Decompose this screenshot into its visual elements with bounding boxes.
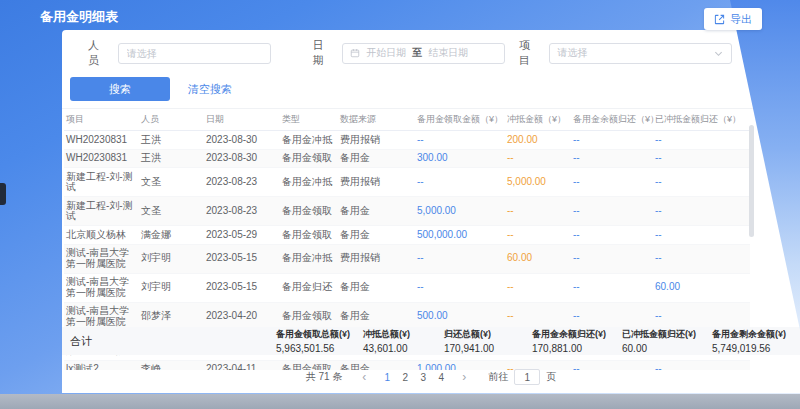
filter-actions: 搜索 清空搜索 — [62, 72, 800, 108]
cell-balance-return: -- — [573, 149, 655, 168]
goto-page-label: 前往 — [488, 370, 508, 384]
prev-page-button[interactable]: ‹ — [356, 369, 372, 385]
cell-source: 备用金 — [340, 149, 417, 168]
table-row: 测试-南昌大学第一附属医院 刘宇明 2023-05-15 备用金归还 备用金 -… — [64, 273, 750, 302]
cell-offset-return: -- — [655, 244, 750, 273]
summary-item-label: 备用金剩余金额(¥) — [712, 328, 800, 341]
summary-items: 备用金领取总额(¥) 5,963,501.56 冲抵总额(¥) 43,601.0… — [276, 328, 800, 354]
project-filter-label: 项目 — [519, 38, 541, 68]
content-card: 人员 日期 开始日期 至 结束日期 项目 请选择 — [62, 30, 800, 393]
summary-item-label: 冲抵总额(¥) — [363, 328, 444, 341]
cell-offset-amount: 200.00 — [507, 131, 573, 150]
next-page-button[interactable]: › — [456, 369, 472, 385]
cell-offset-amount: -- — [507, 273, 573, 302]
cell-type: 备用金领取 — [282, 226, 340, 245]
cell-received-amount: -- — [417, 168, 507, 197]
clear-search-link[interactable]: 清空搜索 — [188, 82, 232, 97]
summary-item: 归还总额(¥) 170,941.00 — [444, 328, 532, 354]
export-button-label: 导出 — [730, 12, 752, 27]
cell-received-amount: -- — [417, 273, 507, 302]
page-number-button[interactable]: 2 — [396, 369, 414, 385]
project-select[interactable]: 请选择 — [549, 43, 732, 64]
summary-item-value: 170,941.00 — [444, 343, 532, 354]
cell-received-amount: 5,000.00 — [417, 197, 507, 226]
person-filter-group: 人员 — [88, 38, 271, 68]
summary-item-value: 5,749,019.56 — [712, 343, 800, 354]
date-separator: 至 — [412, 46, 422, 60]
cell-received-amount: 300.00 — [417, 149, 507, 168]
cell-balance-return: -- — [573, 197, 655, 226]
side-drawer-handle[interactable] — [0, 183, 6, 205]
summary-item-value: 43,601.00 — [363, 343, 444, 354]
cell-offset-return: -- — [655, 226, 750, 245]
cell-project: 新建工程-刘-测试 — [64, 168, 141, 197]
summary-item-label: 备用金余额归还(¥) — [532, 328, 622, 341]
cell-project: 北京顺义杨林 — [64, 226, 141, 245]
table-header-row: 项目人员日期类型数据来源备用金领取金额（¥）冲抵金额（¥）备用金余额归还（¥）已… — [64, 109, 750, 131]
cell-person: 满金娜 — [141, 226, 206, 245]
summary-item-label: 已冲抵金额归还(¥) — [622, 328, 712, 341]
column-header: 备用金领取金额（¥） — [417, 109, 507, 131]
cell-received-amount: 500,000.00 — [417, 226, 507, 245]
summary-item: 已冲抵金额归还(¥) 60.00 — [622, 328, 712, 354]
page-title: 备用金明细表 — [40, 8, 118, 26]
cell-person: 王洪 — [141, 131, 206, 150]
cell-offset-return: -- — [655, 149, 750, 168]
page-number-button[interactable]: 3 — [414, 369, 432, 385]
cell-person: 文圣 — [141, 168, 206, 197]
page-number-button[interactable]: 4 — [432, 369, 450, 385]
cell-offset-amount: -- — [507, 226, 573, 245]
cell-person: 王洪 — [141, 149, 206, 168]
cell-date: 2023-08-23 — [206, 168, 282, 197]
cell-type: 备用金归还 — [282, 273, 340, 302]
pagination-bar: 共 71 条 ‹ 1234 › 前往 页 — [62, 369, 800, 385]
cell-offset-return: -- — [655, 197, 750, 226]
table-row: 测试-南昌大学第一附属医院 刘宇明 2023-05-15 备用金冲抵 费用报销 … — [64, 244, 750, 273]
search-button[interactable]: 搜索 — [70, 77, 170, 101]
cell-type: 备用金冲抵 — [282, 168, 340, 197]
calendar-icon — [350, 48, 360, 58]
cell-offset-return: -- — [655, 168, 750, 197]
cell-offset-return: 60.00 — [655, 273, 750, 302]
table-row: 北京顺义杨林 满金娜 2023-05-29 备用金领取 备用金 500,000.… — [64, 226, 750, 245]
cell-person: 刘宇明 — [141, 244, 206, 273]
date-filter-group: 日期 开始日期 至 结束日期 — [313, 38, 505, 68]
date-range-picker[interactable]: 开始日期 至 结束日期 — [342, 43, 505, 64]
scrollbar-thumb[interactable] — [749, 125, 754, 237]
cell-offset-amount: -- — [507, 197, 573, 226]
cell-balance-return: -- — [573, 131, 655, 150]
page-unit-label: 页 — [546, 370, 556, 384]
table-row: WH20230831 王洪 2023-08-30 备用金冲抵 费用报销 -- 2… — [64, 131, 750, 150]
date-start-placeholder: 开始日期 — [366, 46, 406, 60]
person-filter-input[interactable] — [118, 43, 271, 64]
table-row: 新建工程-刘-测试 文圣 2023-08-23 备用金领取 备用金 5,000.… — [64, 197, 750, 226]
cell-project: WH20230831 — [64, 149, 141, 168]
summary-item: 备用金剩余金额(¥) 5,749,019.56 — [712, 328, 800, 354]
cell-balance-return: -- — [573, 226, 655, 245]
cell-offset-return: -- — [655, 131, 750, 150]
project-select-placeholder: 请选择 — [558, 46, 588, 60]
cell-balance-return: -- — [573, 244, 655, 273]
cell-source: 备用金 — [340, 197, 417, 226]
table-row: WH20230831 王洪 2023-08-30 备用金领取 备用金 300.0… — [64, 149, 750, 168]
summary-item: 冲抵总额(¥) 43,601.00 — [363, 328, 444, 354]
column-header: 类型 — [282, 109, 340, 131]
bottom-edge-strip — [0, 394, 800, 409]
cell-type: 备用金领取 — [282, 197, 340, 226]
filter-bar: 人员 日期 开始日期 至 结束日期 项目 请选择 — [62, 30, 800, 72]
page-number-button[interactable]: 1 — [378, 369, 396, 385]
cell-project: WH20230831 — [64, 131, 141, 150]
cell-source: 备用金 — [340, 273, 417, 302]
cell-source: 备用金 — [340, 226, 417, 245]
table-row: 新建工程-刘-测试 文圣 2023-08-23 备用金冲抵 费用报销 -- 5,… — [64, 168, 750, 197]
cell-received-amount: -- — [417, 131, 507, 150]
summary-row: 合计 备用金领取总额(¥) 5,963,501.56 冲抵总额(¥) 43,60… — [62, 327, 800, 355]
column-header: 已冲抵金额归还（¥） — [655, 109, 750, 131]
cell-project: 测试-南昌大学第一附属医院 — [64, 273, 141, 302]
chevron-down-icon — [714, 49, 723, 58]
person-filter-label: 人员 — [88, 38, 110, 68]
export-button[interactable]: 导出 — [704, 8, 762, 30]
summary-item-value: 60.00 — [622, 343, 712, 354]
goto-page-input[interactable] — [514, 369, 540, 385]
summary-item-value: 170,881.00 — [532, 343, 622, 354]
